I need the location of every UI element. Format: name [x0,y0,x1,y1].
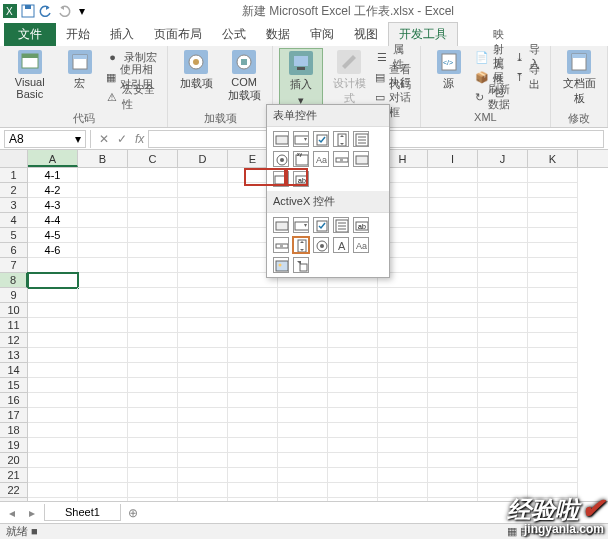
cell[interactable]: 4-4 [28,213,78,228]
cell[interactable] [328,303,378,318]
cell[interactable] [78,468,128,483]
row-header[interactable]: 5 [0,228,28,243]
cell[interactable] [528,423,578,438]
cell[interactable] [478,408,528,423]
tab-view[interactable]: 视图 [344,23,388,46]
cell[interactable]: 4-6 [28,243,78,258]
chevron-down-icon[interactable]: ▾ [75,132,81,146]
cell[interactable] [228,303,278,318]
row-header[interactable]: 17 [0,408,28,423]
control-checkbox-icon[interactable] [313,217,329,233]
tab-home[interactable]: 开始 [56,23,100,46]
cell[interactable] [278,453,328,468]
row-header[interactable]: 21 [0,468,28,483]
cell[interactable] [78,483,128,498]
row-header[interactable]: 18 [0,423,28,438]
col-B[interactable]: B [78,150,128,167]
cell[interactable] [78,288,128,303]
cell[interactable]: 4-3 [28,198,78,213]
cell[interactable] [378,423,428,438]
control-cmdbutton-icon[interactable] [273,217,289,233]
cell[interactable] [228,483,278,498]
cell[interactable] [178,378,228,393]
row-header[interactable]: 19 [0,438,28,453]
cell[interactable] [128,303,178,318]
cell[interactable] [178,273,228,288]
cell[interactable] [478,303,528,318]
cell[interactable] [128,318,178,333]
cell[interactable] [478,348,528,363]
cell[interactable] [128,468,178,483]
cell[interactable] [428,288,478,303]
cell[interactable] [128,438,178,453]
cell[interactable] [478,273,528,288]
cell[interactable] [528,258,578,273]
cell[interactable] [278,438,328,453]
cell[interactable] [378,288,428,303]
cell[interactable] [178,228,228,243]
visual-basic-button[interactable]: Visual Basic [6,48,54,102]
cell[interactable] [428,438,478,453]
cell[interactable] [378,378,428,393]
cell[interactable] [428,183,478,198]
cell[interactable] [428,468,478,483]
cell[interactable] [428,348,478,363]
insert-control-button[interactable]: 插入 ▾ [279,48,323,110]
cell[interactable] [478,168,528,183]
control-option-icon[interactable] [273,151,289,167]
cell[interactable] [478,468,528,483]
row-header[interactable]: 11 [0,318,28,333]
cell[interactable] [128,453,178,468]
redo-icon[interactable] [56,3,72,19]
cell[interactable]: 4-2 [28,183,78,198]
cell[interactable] [128,213,178,228]
cell[interactable] [478,183,528,198]
cell[interactable] [528,183,578,198]
cell[interactable] [28,258,78,273]
cell[interactable] [378,363,428,378]
qat-dropdown-icon[interactable]: ▾ [74,3,90,19]
cell[interactable] [378,438,428,453]
cell[interactable] [28,393,78,408]
cell[interactable] [128,423,178,438]
xml-source-button[interactable]: </> 源 [427,48,471,93]
cell[interactable] [78,243,128,258]
cell[interactable] [278,363,328,378]
file-tab[interactable]: 文件 [4,23,56,46]
control-more-icon[interactable] [293,257,309,273]
control-button-icon[interactable] [273,131,289,147]
cell[interactable] [78,408,128,423]
cell[interactable] [178,483,228,498]
cell[interactable] [528,303,578,318]
cell[interactable] [528,438,578,453]
cell[interactable] [528,213,578,228]
cell[interactable] [78,213,128,228]
control-scrollbar-icon[interactable] [333,151,349,167]
row-header[interactable]: 2 [0,183,28,198]
cell[interactable] [128,228,178,243]
cell[interactable] [278,408,328,423]
cell[interactable] [428,393,478,408]
cell[interactable] [128,258,178,273]
cell[interactable] [78,393,128,408]
cell[interactable] [128,333,178,348]
cell[interactable] [178,348,228,363]
cell[interactable] [428,198,478,213]
cell[interactable] [228,333,278,348]
cell[interactable] [128,273,178,288]
control-listbox-icon[interactable] [353,131,369,147]
cell[interactable] [378,483,428,498]
cell[interactable] [178,183,228,198]
cell[interactable] [428,303,478,318]
row-header[interactable]: 15 [0,378,28,393]
cell[interactable] [228,438,278,453]
cell[interactable] [178,168,228,183]
cell[interactable] [178,303,228,318]
control-spin-icon[interactable] [293,237,309,253]
cell[interactable] [178,393,228,408]
cell[interactable] [478,288,528,303]
cell[interactable] [478,453,528,468]
cell[interactable] [278,348,328,363]
cell[interactable] [278,378,328,393]
enter-icon[interactable]: ✓ [113,132,131,146]
